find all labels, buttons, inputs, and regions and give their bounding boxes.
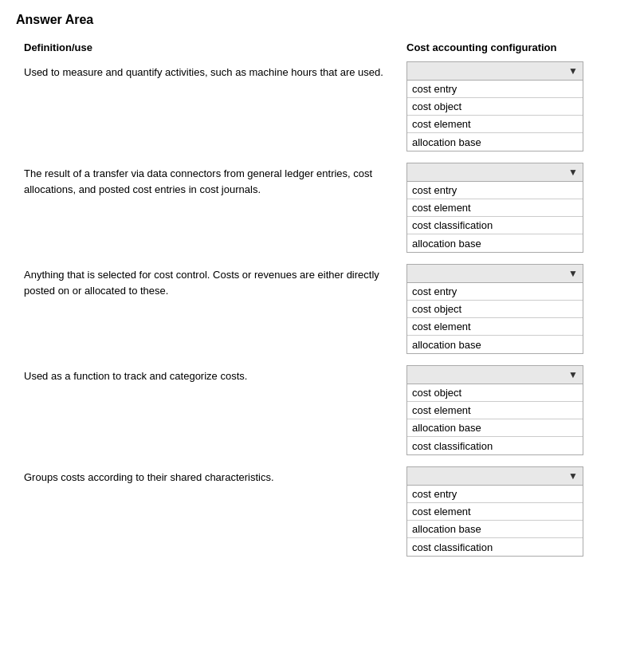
dropdown-select-1[interactable]: ▼	[406, 61, 583, 81]
dropdown-item-5-4[interactable]: cost classification	[407, 538, 583, 556]
dropdown-item-1-1[interactable]: cost entry	[407, 81, 583, 98]
column-headers: Definition/use Cost accounting configura…	[16, 41, 628, 53]
dropdown-item-3-4[interactable]: allocation base	[407, 336, 583, 353]
dropdown-item-4-3[interactable]: allocation base	[407, 419, 583, 437]
answer-row-5: Groups costs according to their shared c…	[16, 466, 628, 557]
dropdown-container-1: ▼cost entrycost objectcost elementalloca…	[406, 61, 620, 151]
dropdown-select-3[interactable]: ▼	[406, 264, 583, 283]
dropdown-item-2-1[interactable]: cost entry	[407, 182, 583, 199]
dropdown-item-5-2[interactable]: cost element	[407, 503, 583, 521]
answer-row-2: The result of a transfer via data connec…	[16, 163, 628, 253]
answer-row-1: Used to measure and quantify activities,…	[16, 61, 628, 151]
definition-text-4: Used as a function to track and categori…	[24, 365, 406, 384]
dropdown-item-4-2[interactable]: cost element	[407, 402, 583, 419]
dropdown-container-4: ▼cost objectcost elementallocation basec…	[406, 365, 620, 455]
chevron-down-icon-5: ▼	[568, 470, 578, 482]
answer-row-4: Used as a function to track and categori…	[16, 365, 628, 455]
dropdown-item-5-1[interactable]: cost entry	[407, 486, 583, 503]
dropdown-item-3-1[interactable]: cost entry	[407, 283, 583, 301]
dropdown-item-1-2[interactable]: cost object	[407, 98, 583, 116]
config-header: Cost accounting configuration	[406, 41, 620, 53]
dropdown-select-4[interactable]: ▼	[406, 365, 583, 384]
dropdown-list-4: cost objectcost elementallocation baseco…	[406, 384, 583, 455]
definition-text-2: The result of a transfer via data connec…	[24, 163, 406, 197]
dropdown-item-4-1[interactable]: cost object	[407, 384, 583, 402]
definition-text-3: Anything that is selected for cost contr…	[24, 264, 406, 298]
dropdown-select-2[interactable]: ▼	[406, 163, 583, 182]
dropdown-list-1: cost entrycost objectcost elementallocat…	[406, 81, 583, 151]
dropdown-item-3-2[interactable]: cost object	[407, 301, 583, 318]
dropdown-item-1-3[interactable]: cost element	[407, 116, 583, 133]
dropdown-item-3-3[interactable]: cost element	[407, 318, 583, 336]
chevron-down-icon-3: ▼	[568, 268, 578, 279]
answer-rows: Used to measure and quantify activities,…	[16, 61, 628, 557]
dropdown-item-5-3[interactable]: allocation base	[407, 521, 583, 538]
dropdown-container-2: ▼cost entrycost elementcost classificati…	[406, 163, 620, 253]
definition-text-1: Used to measure and quantify activities,…	[24, 61, 406, 81]
chevron-down-icon-1: ▼	[568, 65, 578, 77]
dropdown-list-2: cost entrycost elementcost classificatio…	[406, 182, 583, 253]
dropdown-item-4-4[interactable]: cost classification	[407, 437, 583, 454]
page-title: Answer Area	[16, 13, 628, 27]
answer-row-3: Anything that is selected for cost contr…	[16, 264, 628, 354]
dropdown-container-3: ▼cost entrycost objectcost elementalloca…	[406, 264, 620, 354]
dropdown-container-5: ▼cost entrycost elementallocation baseco…	[406, 466, 620, 557]
chevron-down-icon-4: ▼	[568, 369, 578, 380]
dropdown-item-2-4[interactable]: allocation base	[407, 234, 583, 252]
dropdown-list-3: cost entrycost objectcost elementallocat…	[406, 283, 583, 354]
chevron-down-icon-2: ▼	[568, 167, 578, 178]
dropdown-select-5[interactable]: ▼	[406, 466, 583, 486]
dropdown-list-5: cost entrycost elementallocation basecos…	[406, 486, 583, 557]
definition-text-5: Groups costs according to their shared c…	[24, 466, 406, 486]
dropdown-item-2-3[interactable]: cost classification	[407, 217, 583, 234]
dropdown-item-1-4[interactable]: allocation base	[407, 133, 583, 151]
dropdown-item-2-2[interactable]: cost element	[407, 199, 583, 217]
definition-header: Definition/use	[24, 41, 406, 53]
